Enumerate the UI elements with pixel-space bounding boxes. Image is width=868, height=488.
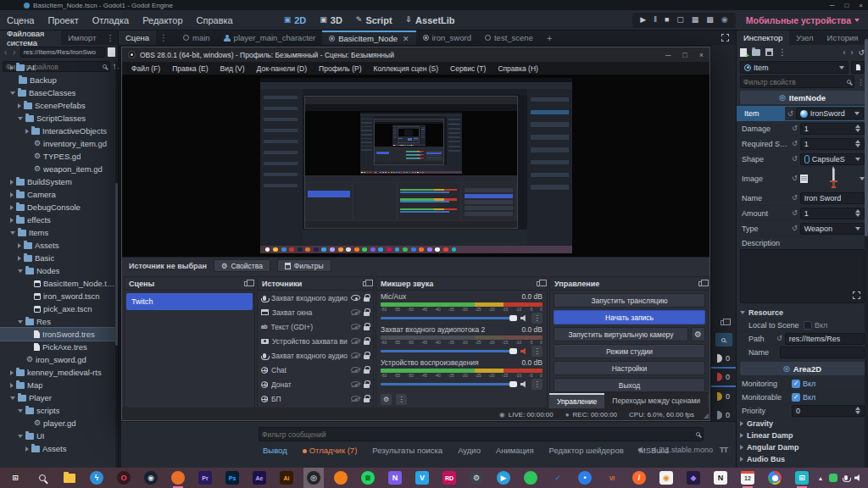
obs-menu-Правка (E)[interactable]: Правка (E) <box>166 64 214 73</box>
breadcrumb[interactable]: res://Items/Res/IronSwo <box>20 47 105 58</box>
dock-float-icon[interactable] <box>537 281 542 286</box>
file-tree-item[interactable]: scripts <box>0 404 115 417</box>
dock-tab-Файловая система[interactable]: Файловая система <box>0 30 61 45</box>
dock-float-icon[interactable] <box>363 281 369 286</box>
history-forward-icon[interactable]: › <box>11 47 17 57</box>
obs-icon[interactable]: ◎ <box>303 468 324 488</box>
mosaic-app-icon[interactable]: ⊞ <box>792 468 812 488</box>
open-docs-icon[interactable] <box>851 61 865 74</box>
tray-green-app-icon[interactable] <box>829 474 837 482</box>
new-scene-tab-button[interactable]: + <box>540 30 559 45</box>
expand-icon[interactable] <box>10 192 14 197</box>
object-history-icon[interactable]: ↺ <box>858 48 865 57</box>
property-row-shape[interactable]: Shape ↺ CapsuleS <box>737 152 868 167</box>
revert-icon[interactable]: ↺ <box>776 335 782 342</box>
obs-menu-Док-панели (D)[interactable]: Док-панели (D) <box>251 64 313 73</box>
source-filters-button[interactable]: Фильтры <box>277 259 331 272</box>
history-back-icon[interactable]: ‹ <box>843 48 845 57</box>
property-tools-icon[interactable]: ⋮ <box>857 78 865 86</box>
mixer-menu-button[interactable]: ⋮ <box>396 394 407 405</box>
file-tree-item[interactable]: InteractiveObjects <box>0 125 115 137</box>
dock-tab-Узел[interactable]: Узел <box>789 30 820 45</box>
checkbox-unchecked[interactable] <box>804 321 812 330</box>
property-row-path[interactable]: Path ↺ res://Items/Res <box>737 332 868 346</box>
property-row-amount[interactable]: Amount ↺ 1 <box>737 206 868 221</box>
mode-tab-script[interactable]: ✎Script <box>356 15 392 25</box>
spin-field[interactable]: 1 <box>800 138 865 150</box>
spotify-icon[interactable]: ≋ <box>358 468 378 488</box>
spin-arrows-icon[interactable] <box>855 140 860 147</box>
inspector-scrollbar[interactable] <box>865 30 868 468</box>
expand-icon[interactable] <box>25 129 29 134</box>
revert-icon[interactable]: ↺ <box>787 110 793 118</box>
maximize-button[interactable]: □ <box>844 2 849 9</box>
bottom-tab-Анимация[interactable]: Анимация <box>496 446 534 455</box>
property-row-type[interactable]: Type ↺ Weapon <box>737 221 868 236</box>
file-tree-item[interactable]: Nodes <box>0 264 115 277</box>
mute-audio-icon[interactable] <box>638 446 645 452</box>
file-tree-item[interactable]: AI <box>0 61 115 74</box>
expand-icon[interactable] <box>18 243 21 248</box>
file-tree-item[interactable]: pick_axe.tscn <box>0 302 115 315</box>
collapse-icon[interactable] <box>10 92 15 95</box>
property-row-monitorable[interactable]: Monitorable ✓ Вкл <box>737 391 868 404</box>
close-icon[interactable]: ✕ <box>403 35 409 43</box>
mode-tab-3d[interactable]: ▣3D <box>320 15 342 25</box>
dock-tab-Импорт[interactable]: Импорт <box>61 30 103 45</box>
file-tree-item[interactable]: BuildSystem <box>0 175 115 188</box>
dock-tab-Инспектор[interactable]: Инспектор <box>737 30 789 45</box>
file-tree-item[interactable]: iron_sword.tscn <box>0 290 115 302</box>
visibility-off-icon[interactable] <box>351 338 360 344</box>
slider-knob[interactable] <box>509 348 517 354</box>
control-button-Выход[interactable]: Выход <box>554 378 705 392</box>
obs-menu-Файл (F)[interactable]: Файл (F) <box>125 64 166 73</box>
green-app-icon[interactable] <box>520 468 541 488</box>
file-tree-item[interactable]: DebugConsole <box>0 201 115 214</box>
bottom-tab-Аудио[interactable]: Аудио <box>458 446 481 455</box>
spin-arrows-icon[interactable] <box>855 209 860 217</box>
dock-float-icon[interactable] <box>244 281 250 286</box>
steam-icon[interactable]: ◉ <box>141 468 161 488</box>
tray-volume-icon[interactable] <box>854 474 862 481</box>
obsidian-icon[interactable]: ◆ <box>683 468 704 488</box>
illustrator-icon[interactable]: Ai <box>276 468 297 488</box>
play-button[interactable]: ▶ <box>640 16 646 24</box>
obs-source-item[interactable]: Захват входного аудио <box>258 348 373 363</box>
group-Gravity[interactable]: Gravity <box>737 418 868 430</box>
obs-menu-Коллекция сцен (S)[interactable]: Коллекция сцен (S) <box>367 64 444 73</box>
revert-icon[interactable]: ↺ <box>792 225 798 232</box>
counter-row[interactable]: 0 <box>711 369 736 387</box>
new-resource-icon[interactable] <box>740 48 747 57</box>
file-tree-item[interactable]: IronSword.tres <box>0 328 115 341</box>
obs-minimize-button[interactable]: ─ <box>665 51 670 59</box>
spin-arrows-icon[interactable] <box>855 407 860 414</box>
load-resource-icon[interactable] <box>752 49 760 56</box>
save-resource-icon[interactable] <box>765 48 773 56</box>
dock-float-icon[interactable] <box>698 281 704 286</box>
mixer-settings-button[interactable]: ⚙ <box>381 394 392 405</box>
group-Angular Damp[interactable]: Angular Damp <box>737 441 868 453</box>
lock-icon[interactable] <box>364 398 370 402</box>
group-Linear Damp[interactable]: Linear Damp <box>737 430 868 441</box>
lock-icon[interactable] <box>364 369 370 374</box>
control-button-Запустить трансляцию[interactable]: Запустить трансляцию <box>554 293 705 308</box>
edited-object-dropdown[interactable]: Item <box>740 61 849 74</box>
lock-icon[interactable] <box>364 312 370 316</box>
counter-row[interactable]: 0 <box>711 387 736 406</box>
obs-menu-Сервис (T)[interactable]: Сервис (T) <box>444 64 492 73</box>
file-tree-item[interactable]: Backup <box>0 74 115 86</box>
property-row-damage[interactable]: Damage ↺ 1 <box>737 121 868 136</box>
property-row-monitoring[interactable]: Monitoring ✓ Вкл <box>737 377 868 391</box>
file-tree-item[interactable]: ⚙player.gd <box>0 417 115 430</box>
lock-icon[interactable] <box>364 297 370 302</box>
lightning-app-icon[interactable]: ϟ <box>86 468 107 488</box>
lock-icon[interactable] <box>364 355 370 359</box>
tray-mic-icon[interactable] <box>844 475 848 480</box>
volume-slider[interactable] <box>381 383 517 385</box>
group-Audio Bus[interactable]: Audio Bus <box>737 453 868 465</box>
visibility-off-icon[interactable] <box>351 352 360 358</box>
mode-tab-assetlib[interactable]: ⇩AssetLib <box>406 15 455 25</box>
text-field[interactable]: res://Items/Res <box>785 333 865 345</box>
dock-menu-icon[interactable]: ⋮ <box>103 30 119 45</box>
file-tree-item[interactable]: ⚙TYPES.gd <box>0 150 115 163</box>
